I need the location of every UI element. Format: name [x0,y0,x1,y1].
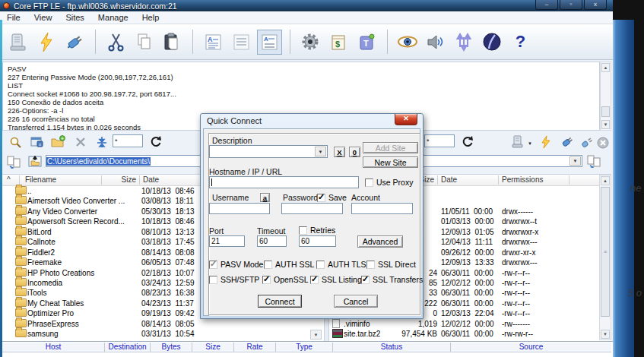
search-icon[interactable] [8,134,23,150]
checkbox-box[interactable] [299,226,307,235]
folder-up-icon[interactable] [27,154,43,169]
upload-icon[interactable] [94,134,109,150]
local-header-sort[interactable]: ^ [7,175,11,184]
checkbox-box[interactable] [262,276,271,284]
paste-icon[interactable] [160,30,185,55]
password-input[interactable] [281,203,343,214]
log-scrollbar[interactable]: ▲ ▼ [600,62,611,131]
ssl-transfers-checkbox[interactable]: SSL Transfers [361,275,423,284]
account-input[interactable] [351,203,413,214]
remote-quick-connect-icon[interactable] [538,134,554,150]
checkbox-box[interactable] [316,261,325,269]
template-icon[interactable]: T [354,30,379,55]
queue-column-header[interactable]: Host [2,343,105,352]
checkbox-box[interactable] [209,276,217,284]
quick-connect-icon[interactable] [34,30,59,55]
remote-abort-icon[interactable] [595,135,611,150]
combo-dropdown-icon[interactable]: ▼ [569,156,581,166]
remote-site-icon[interactable] [511,134,526,150]
connect-button[interactable]: Connect [258,295,302,308]
auth-ssl-checkbox[interactable]: AUTH SSL [264,260,314,269]
queue-column-header[interactable]: Bytes [151,343,192,352]
remote-disconnect-icon[interactable] [580,134,595,150]
retries-input[interactable]: 60 [299,235,336,247]
script-icon[interactable]: $ [326,30,351,55]
advanced-button[interactable]: Advanced [357,235,403,248]
menu-item[interactable]: Help [135,12,167,23]
log-scroll-thumb[interactable] [601,106,610,117]
menu-item[interactable]: Sites [59,12,90,23]
local-file-row[interactable]: PhraseExpress 08/14/13 08:05 [2,319,310,329]
checkbox-box[interactable] [310,276,319,284]
menu-item[interactable]: File [0,12,27,23]
remote-scrollbar[interactable]: ▲ ≡ ▼ [599,175,611,340]
scroll-down-icon[interactable]: ▼ [601,330,610,339]
connect-icon[interactable] [62,30,87,55]
ssh-sftp-checkbox[interactable]: SSH/SFTP [209,275,259,284]
queue-column-header[interactable]: Type [276,343,333,352]
queue-column-header[interactable]: Size [192,343,234,352]
local-header-filename[interactable]: Filename [25,175,56,184]
local-scroll-down-icon[interactable]: ▼ [310,330,322,340]
checkbox-box[interactable] [366,261,375,269]
minimize-button[interactable]: – [535,0,558,10]
checkbox-box[interactable] [365,178,373,187]
username-input[interactable] [209,203,270,214]
ssl-direct-checkbox[interactable]: SSL Direct [366,260,416,269]
zero-button[interactable]: 0 [349,147,360,157]
view-queue-icon[interactable] [229,30,254,55]
hostname-input[interactable] [209,176,359,188]
menu-item[interactable]: Manage [91,12,135,23]
remote-file-row[interactable]: site.tar.bz2 97,454 KB 06/30/11 00:00 -r… [329,329,599,339]
remote-header-permissions[interactable]: Permissions [502,175,543,184]
scroll-up-icon[interactable]: ▲ [601,176,610,185]
cut-icon[interactable] [103,30,128,55]
view-split-icon[interactable]: A [257,30,282,55]
queue-column-header[interactable]: Destination [105,343,151,352]
local-path-input[interactable]: C:\Users\edivaldo\Documents\ [46,155,219,167]
local-file-row[interactable]: samsung 03/31/13 10:54 [2,329,310,339]
transfer-pages-icon[interactable] [6,154,21,169]
about-logo-icon[interactable] [480,30,505,55]
delete-icon[interactable] [73,134,88,150]
ssl-listing-checkbox[interactable]: SSL Listing [310,275,362,284]
clear-description-button[interactable]: X [334,147,345,157]
site-manager-icon[interactable] [6,30,31,55]
remote-file-row[interactable]: .viminfo 1,019 12/02/12 00:00 -rw------- [329,319,599,329]
maximize-button[interactable]: ▫ [560,0,582,10]
compare-folders-icon[interactable]: x [29,134,44,150]
settings-gear-icon[interactable] [298,30,323,55]
new-site-button[interactable]: New Site [363,156,418,168]
copy-icon[interactable] [132,30,157,55]
dialog-close-button[interactable]: ✕ [395,114,417,125]
local-filter-input[interactable] [113,134,143,147]
checkbox-box[interactable] [264,261,272,269]
remote-connect-icon[interactable] [560,134,575,150]
timeout-input[interactable]: 60 [257,235,287,247]
save-password-checkbox[interactable]: Save [317,193,347,202]
site-dropdown-caret-icon[interactable]: ▼ [526,136,534,151]
local-refresh-icon[interactable] [148,134,163,149]
view-log-icon[interactable]: A [201,30,226,55]
cancel-button[interactable]: Cancel [334,295,378,308]
checkbox-box[interactable] [317,194,325,202]
port-input[interactable]: 21 [209,235,245,247]
local-header-date[interactable]: Date [143,175,159,184]
auth-tls-checkbox[interactable]: AUTH TLS [316,260,366,269]
menu-item[interactable]: View [27,12,59,23]
combo-dropdown-icon[interactable]: ▼ [315,147,326,156]
sync-arrows-icon[interactable] [452,30,477,55]
scroll-up-icon[interactable]: ▲ [601,63,610,72]
scroll-down-icon[interactable]: ▼ [601,120,610,129]
preview-eye-icon[interactable] [395,30,420,55]
remote-filter-input[interactable] [424,134,455,147]
remote-scroll-thumb[interactable]: ≡ [601,187,610,317]
description-combo[interactable]: ▼ [209,145,328,158]
local-header-size[interactable]: Size [100,175,136,184]
checkbox-box[interactable] [209,261,217,269]
queue-column-header[interactable]: Source [451,343,611,352]
queue-column-header[interactable]: Rate [234,343,276,352]
new-folder-icon[interactable]: + [50,134,65,150]
queue-column-header[interactable]: Status [333,343,451,352]
close-button[interactable]: x [584,0,607,10]
